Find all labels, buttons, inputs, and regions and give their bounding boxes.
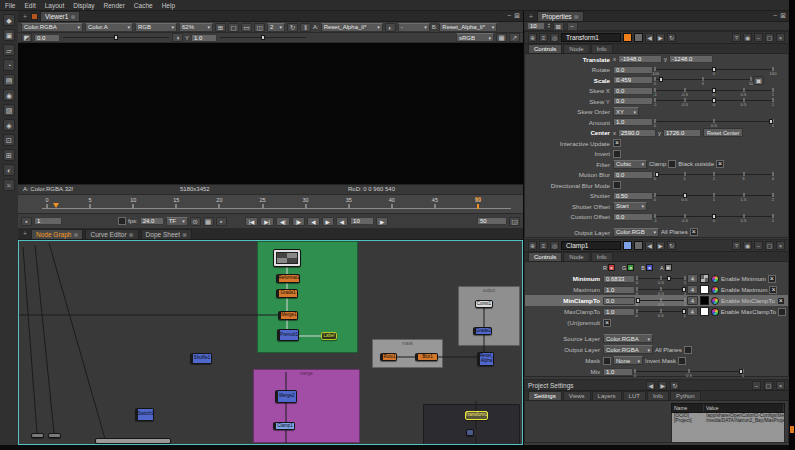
minclampto-slider[interactable]: 00.51 (637, 296, 685, 306)
slider-knob[interactable] (636, 298, 640, 303)
restore-defaults-icon[interactable]: ↻ (667, 241, 676, 250)
tab-node[interactable]: Node (563, 44, 589, 53)
scale-field[interactable]: 0.459 (613, 76, 653, 84)
menu-item-render[interactable]: Render (104, 2, 125, 9)
slider-knob[interactable] (682, 309, 686, 314)
mask-checkbox[interactable] (603, 357, 611, 365)
prev-increment-button[interactable]: ◀ (336, 217, 348, 226)
center-node-icon[interactable]: ⊕ (528, 241, 537, 250)
hide-unmodified-icon[interactable]: ◉ (743, 33, 752, 42)
slider-knob[interactable] (261, 35, 265, 40)
center-x-field[interactable]: 2590.0 (618, 129, 656, 137)
minimum-colorwheel-icon[interactable] (711, 275, 719, 283)
max-panels-field[interactable]: 10 (527, 22, 545, 30)
minclampto-multi-button[interactable]: 4 (687, 296, 698, 305)
checker-background-icon[interactable]: ▦ (496, 33, 507, 42)
fit-timeline-icon[interactable]: ◲ (509, 217, 520, 226)
tab-viewer1[interactable]: Viewer1⊗ (40, 11, 80, 21)
pane-float-arrow-icon[interactable]: ↗ (509, 33, 520, 42)
node-roto1[interactable]: Roto1 (380, 353, 397, 361)
enable-maximum-checkbox[interactable]: × (769, 286, 777, 294)
minimize-pane-icon[interactable]: − (507, 12, 511, 20)
minimize-panel-icon[interactable]: − (754, 241, 763, 250)
all-planes-checkbox[interactable]: × (690, 228, 698, 236)
clear-all-panels-button[interactable]: ⊠ (553, 22, 564, 31)
minimum-field[interactable]: 0.6833 (603, 275, 635, 283)
minimum-slider[interactable]: 00.51 (637, 274, 685, 284)
minimize-all-panels-button[interactable]: − (567, 22, 578, 31)
full-frame-icon[interactable]: ▢ (228, 23, 239, 32)
out-frame-field[interactable]: 50 (477, 217, 507, 225)
b-input-select[interactable]: Reset_Alpha_li*▾ (439, 23, 497, 32)
redo-icon[interactable]: ▶ (658, 381, 667, 390)
draw-tool-icon[interactable]: ▱ (3, 44, 15, 56)
clamp-checkbox[interactable] (668, 160, 676, 168)
gamma-slider[interactable] (219, 33, 307, 43)
black-outside-checkbox[interactable]: × (716, 160, 724, 168)
menu-item-file[interactable]: File (5, 2, 15, 9)
proxy-level-select[interactable]: 2▾ (267, 23, 285, 32)
unpremult-checkbox[interactable]: × (603, 319, 611, 327)
gain-field[interactable]: 0.0 (34, 34, 60, 42)
channel-r-checkbox[interactable]: R× (603, 264, 615, 271)
minimum-multi-button[interactable]: 4 (687, 274, 698, 283)
tab-python[interactable]: Python (670, 391, 701, 400)
play-forward-button[interactable]: ▶ (322, 217, 334, 226)
invert-checkbox[interactable] (613, 150, 621, 158)
undo-icon[interactable]: ◀ (645, 33, 654, 42)
interactive-update-checkbox[interactable]: × (613, 139, 621, 147)
maximum-field[interactable]: 1.0 (603, 286, 635, 294)
gain-icon[interactable]: ◩ (21, 33, 32, 42)
center-node-icon[interactable]: ⊕ (528, 33, 537, 42)
image-tool-icon[interactable]: ▣ (3, 29, 15, 41)
maxclampto-multi-button[interactable]: 4 (687, 307, 698, 316)
panel-title-field[interactable]: Transform1 (561, 33, 621, 42)
tab-info[interactable]: Info (591, 44, 613, 53)
skew-x-field[interactable]: 0.0 (613, 87, 653, 95)
roi-icon[interactable]: ▭ (241, 23, 252, 32)
menu-item-help[interactable]: Help (162, 2, 175, 9)
layer-select[interactable]: Color.RGBA▾ (21, 23, 83, 32)
close-icon[interactable]: ⊗ (182, 231, 187, 238)
table-row[interactable]: [Project]/media/DATA/Natron2_Bay/MaxProj… (672, 418, 784, 423)
directional-blur-checkbox[interactable] (613, 181, 621, 189)
current-frame-field[interactable]: 1 (34, 217, 62, 225)
mask-select[interactable]: None▾ (613, 356, 643, 365)
pointer-tool-icon[interactable]: ◆ (3, 14, 15, 26)
slider-knob[interactable] (659, 77, 663, 82)
node-strip[interactable] (95, 438, 171, 444)
timeline-end-marker[interactable]: 50 (475, 196, 481, 202)
node-merge1[interactable]: Merge1 (278, 311, 298, 320)
scale-slider[interactable]: 0510 (655, 75, 751, 85)
enable-minclampto-checkbox[interactable]: × (777, 297, 785, 305)
pane-anchor-icon[interactable]: + (527, 13, 535, 20)
overlay-color-swatch[interactable] (634, 33, 643, 42)
menu-item-cache[interactable]: Cache (134, 2, 153, 9)
maximum-color-swatch[interactable] (700, 285, 709, 294)
maximum-slider[interactable]: 00.51 (637, 285, 685, 295)
shutter-field[interactable]: 0.50 (613, 192, 653, 200)
invert-mask-checkbox[interactable] (678, 357, 686, 365)
enable-maxclampto-checkbox[interactable] (778, 308, 786, 316)
tab-properties[interactable]: Properties⊗ (537, 11, 584, 21)
menu-item-layout[interactable]: Layout (45, 2, 65, 9)
output-layer-select[interactable]: Color.RGB▾ (613, 228, 659, 237)
transform-tool-icon[interactable]: ⊞ (3, 149, 15, 161)
slider-knob[interactable] (712, 98, 716, 103)
close-icon[interactable]: ⊗ (574, 13, 579, 20)
prev-keyframe-button[interactable]: ◀| (276, 217, 290, 226)
pane-anchor-icon[interactable]: + (21, 13, 29, 20)
minimum-color-swatch[interactable] (700, 274, 709, 283)
node-reformat1[interactable]: Reformat1 (276, 274, 300, 283)
node-color-icon[interactable]: ◎ (550, 33, 559, 42)
tab-settings[interactable]: Settings (528, 391, 562, 400)
color-tool-icon[interactable]: ◉ (3, 89, 15, 101)
maxclampto-color-swatch[interactable] (700, 307, 709, 316)
other-tool-icon[interactable]: ≈ (3, 179, 15, 191)
help-icon[interactable]: ? (732, 241, 741, 250)
mix-slider[interactable]: 00.51 (635, 367, 743, 377)
wipe-icon[interactable]: ◐ (385, 23, 396, 32)
rotate-slider[interactable]: -1000100 (655, 65, 773, 75)
goto-start-button[interactable]: |◀ (245, 217, 259, 226)
maximum-multi-button[interactable]: 4 (687, 285, 698, 294)
